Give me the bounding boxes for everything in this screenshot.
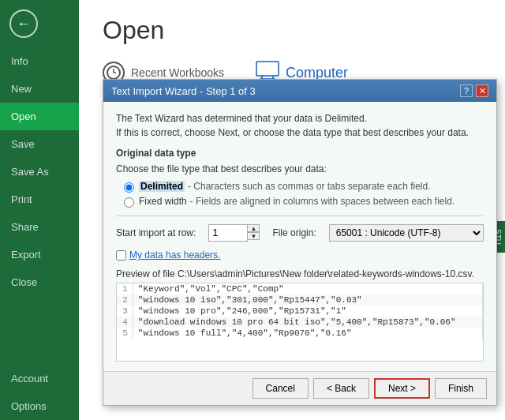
dialog-title: Text Import Wizard - Step 1 of 3	[111, 85, 256, 97]
sidebar: ← Info New Open Save Save As Print Share…	[0, 0, 79, 420]
radio-delimited-label: Delimited	[139, 181, 185, 192]
checkbox-row: My data has headers.	[116, 249, 484, 261]
sidebar-item-export[interactable]: Export	[0, 241, 79, 268]
back-icon: ←	[9, 9, 38, 38]
separator	[116, 216, 484, 216]
back-button-footer[interactable]: < Back	[313, 378, 369, 399]
radio-fixed-width-label: Fixed width	[139, 196, 187, 207]
table-row: 5"windows 10 full","4,400","Rp9070","0.1…	[117, 328, 483, 339]
start-import-spinner[interactable]: ▲ ▼	[208, 224, 260, 242]
sidebar-item-close[interactable]: Close	[0, 268, 79, 296]
text-import-wizard-dialog: Text Import Wizard - Step 1 of 3 ? ✕ The…	[103, 79, 497, 406]
intro-line2: If this is correct, choose Next, or choo…	[116, 126, 484, 140]
spinner-up[interactable]: ▲	[247, 224, 260, 232]
table-row: 3"windows 10 pro","246,000","Rp15731","1…	[117, 306, 483, 317]
sidebar-item-print[interactable]: Print	[0, 186, 79, 213]
table-row: 4"download windows 10 pro 64 bit iso","5…	[117, 317, 483, 328]
sidebar-item-info[interactable]: Info	[0, 47, 79, 75]
dialog-footer: Cancel < Back Next > Finish	[103, 371, 496, 405]
radio-fixed-width[interactable]: Fixed width - Fields are aligned in colu…	[124, 196, 484, 208]
table-row: 1"Keyword","Vol","CPC","Comp"	[117, 283, 483, 294]
svg-rect-3	[256, 62, 279, 76]
dialog-titlebar: Text Import Wizard - Step 1 of 3 ? ✕	[103, 80, 496, 102]
next-button[interactable]: Next >	[374, 378, 430, 399]
radio-delimited-input[interactable]	[124, 182, 134, 193]
sidebar-item-options[interactable]: Options	[0, 392, 79, 420]
row-settings: Start import at row: ▲ ▼ File origin: 65…	[116, 224, 484, 242]
sidebar-item-open[interactable]: Open	[0, 103, 79, 130]
row-number: 5	[117, 328, 133, 339]
dialog-body: The Text Wizard has determined that your…	[103, 102, 496, 371]
sidebar-item-new[interactable]: New	[0, 75, 79, 103]
dialog-controls: ? ✕	[460, 84, 488, 97]
my-data-headers-text: My data has headers.	[129, 249, 220, 261]
sidebar-item-account[interactable]: Account	[0, 365, 79, 392]
row-content: "Keyword","Vol","CPC","Comp"	[133, 283, 482, 294]
row-content: "windows 10 full","4,400","Rp9070","0.16…	[133, 328, 482, 339]
sidebar-item-save-as[interactable]: Save As	[0, 158, 79, 186]
start-import-label: Start import at row:	[116, 227, 196, 238]
file-origin-select[interactable]: 65001 : Unicode (UTF-8)437 : OEM United …	[329, 224, 484, 242]
row-number: 4	[117, 317, 133, 328]
my-data-headers-checkbox[interactable]	[116, 250, 126, 261]
page-title: Open	[103, 16, 481, 45]
start-import-input[interactable]	[208, 224, 248, 242]
preview-area[interactable]: 1"Keyword","Vol","CPC","Comp"2"windows 1…	[116, 283, 484, 362]
row-content: "windows 10 iso","301,000","Rp15447","0.…	[133, 294, 482, 306]
radio-fixed-width-desc: - Fields are aligned in columns with spa…	[190, 196, 455, 207]
preview-label: Preview of file C:\Users\admin\Pictures\…	[116, 268, 484, 279]
file-origin-label: File origin:	[272, 227, 316, 238]
radio-fixed-width-input[interactable]	[124, 197, 134, 208]
table-row: 2"windows 10 iso","301,000","Rp15447","0…	[117, 294, 483, 306]
row-content: "download windows 10 pro 64 bit iso","5,…	[133, 317, 482, 328]
help-button[interactable]: ?	[460, 84, 473, 97]
recent-workbooks-label: Recent Workbooks	[131, 66, 224, 79]
back-button[interactable]: ←	[0, 0, 47, 47]
spinner-down[interactable]: ▼	[247, 232, 260, 240]
choose-label: Choose the file type that best describes…	[116, 163, 484, 174]
original-data-type-label: Original data type	[116, 148, 484, 159]
radio-delimited-desc: - Characters such as commas or tabs sepa…	[188, 181, 430, 192]
close-button[interactable]: ✕	[476, 84, 488, 97]
row-number: 2	[117, 294, 133, 306]
main-area: Open Recent Workbooks Comput	[79, 0, 505, 420]
sidebar-item-share[interactable]: Share	[0, 213, 79, 241]
radio-group: Delimited - Characters such as commas or…	[124, 181, 484, 208]
finish-button[interactable]: Finish	[435, 378, 487, 399]
my-data-headers-label[interactable]: My data has headers.	[116, 249, 484, 261]
wizard-intro: The Text Wizard has determined that your…	[116, 111, 484, 140]
cancel-button[interactable]: Cancel	[252, 378, 309, 399]
row-number: 1	[117, 283, 133, 294]
radio-delimited[interactable]: Delimited - Characters such as commas or…	[124, 181, 484, 193]
preview-table: 1"Keyword","Vol","CPC","Comp"2"windows 1…	[117, 283, 483, 339]
row-content: "windows 10 pro","246,000","Rp15731","1"	[133, 306, 482, 317]
intro-line1: The Text Wizard has determined that your…	[116, 111, 484, 126]
row-number: 3	[117, 306, 133, 317]
sidebar-item-save[interactable]: Save	[0, 130, 79, 158]
